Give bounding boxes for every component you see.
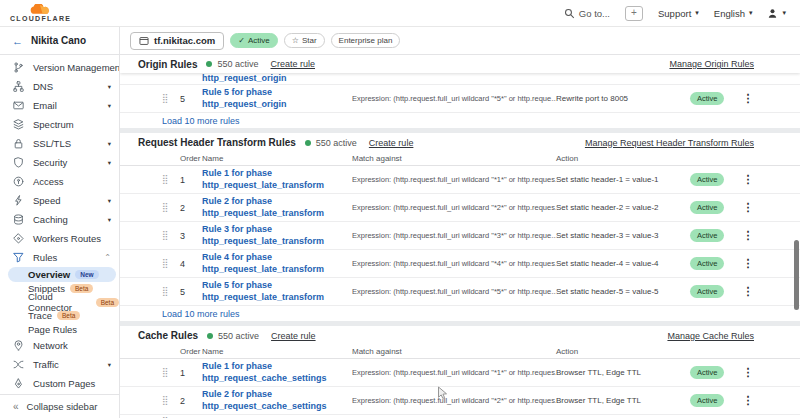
table-row: ⣿5Rule 5 for phasehttp_request_late_tran… xyxy=(120,278,800,306)
drag-handle-icon[interactable]: ⣿ xyxy=(162,287,180,296)
create-rule-link[interactable]: Create rule xyxy=(271,331,316,341)
origin-rules-section: Origin Rules 550 active Create rule Mana… xyxy=(120,55,800,128)
rule-options-button[interactable]: ⋮ xyxy=(743,92,754,105)
manage-cache-rules-link[interactable]: Manage Cache Rules xyxy=(667,331,754,341)
rule-status-badge: Active xyxy=(690,201,724,214)
load-more-link[interactable]: Load 10 more rules xyxy=(120,113,800,128)
drag-handle-icon[interactable]: ⣿ xyxy=(162,368,180,377)
goto-search[interactable]: Go to... xyxy=(564,8,610,19)
sidebar-subitem-trace[interactable]: TraceBeta xyxy=(0,309,119,323)
rule-order: 5 xyxy=(180,287,202,297)
rule-action: Set static header-4 = value-4 xyxy=(556,259,690,268)
sidebar-item-caching[interactable]: Caching▾ xyxy=(0,210,119,229)
sidebar-item-spectrum[interactable]: Spectrum xyxy=(0,115,119,134)
sidebar-item-ssl-tls[interactable]: SSL/TLS▾ xyxy=(0,134,119,153)
scrollbar-thumb[interactable] xyxy=(794,240,799,310)
collapse-icon: « xyxy=(13,401,19,412)
manage-origin-rules-link[interactable]: Manage Origin Rules xyxy=(669,59,754,69)
rule-name-link[interactable]: Rule 2 for phasehttp_request_cache_setti… xyxy=(202,389,352,412)
rule-name-line1: Rule 5 for phase xyxy=(202,280,352,291)
add-button[interactable]: + xyxy=(625,6,643,21)
sidebar-subitem-overview[interactable]: OverviewNew xyxy=(8,267,116,282)
sidebar-item-label: Caching xyxy=(33,214,68,225)
manage-request-header-transform-rules-link[interactable]: Manage Request Header Transform Rules xyxy=(585,138,754,148)
rule-action: Set static header-1 = value-1 xyxy=(556,175,690,184)
active-dot-icon xyxy=(305,140,311,146)
rule-options-button[interactable]: ⋮ xyxy=(743,229,754,242)
sidebar-subitem-page-rules[interactable]: Page Rules xyxy=(0,323,119,337)
sidebar-subitem-cloud-connector[interactable]: Cloud ConnectorBeta xyxy=(0,296,119,310)
rule-name-link[interactable]: Rule 1 for phasehttp_request_cache_setti… xyxy=(202,361,352,384)
chevron-up-icon: ⌃ xyxy=(104,253,111,262)
rule-status-badge: Active xyxy=(690,92,724,105)
rule-options-button[interactable]: ⋮ xyxy=(743,257,754,270)
sidebar-item-email[interactable]: Email▾ xyxy=(0,96,119,115)
sidebar-item-label: Traffic xyxy=(33,359,59,370)
rule-name-link[interactable]: Rule 1 for phasehttp_request_late_transf… xyxy=(202,168,352,191)
network-icon xyxy=(13,340,24,351)
rule-name-line2: http_request_late_transform xyxy=(202,264,352,275)
rule-options-button[interactable]: ⋮ xyxy=(743,201,754,214)
create-rule-link[interactable]: Create rule xyxy=(369,138,414,148)
back-arrow[interactable]: ← xyxy=(12,35,23,47)
domain-selector[interactable]: tf.nikitac.com xyxy=(130,32,224,50)
sidebar-item-version-management[interactable]: Version Management xyxy=(0,58,119,77)
drag-handle-icon[interactable]: ⣿ xyxy=(162,94,180,103)
load-more-link[interactable]: Load 10 more rules xyxy=(120,306,800,321)
sidebar-item-traffic[interactable]: Traffic▾ xyxy=(0,355,119,374)
rule-name-link[interactable]: Rule 5 for phasehttp_request_origin xyxy=(202,87,352,110)
rule-name-line2: http_request_late_transform xyxy=(202,292,352,303)
sidebar-item-rules[interactable]: Rules⌃ xyxy=(0,248,119,267)
chevron-down-icon: ▾ xyxy=(108,140,111,148)
create-rule-link[interactable]: Create rule xyxy=(270,59,315,69)
drag-handle-icon[interactable]: ⣿ xyxy=(162,231,180,240)
rule-name-line1: Rule 5 for phase xyxy=(202,87,352,98)
rule-name-line1: Rule 1 for phase xyxy=(202,168,352,179)
sidebar-item-speed[interactable]: Speed▾ xyxy=(0,191,119,210)
rule-options-button[interactable]: ⋮ xyxy=(743,366,754,379)
beta-badge: Beta xyxy=(96,298,119,307)
rule-options-button[interactable]: ⋮ xyxy=(743,285,754,298)
sidebar-item-workers-routes[interactable]: Workers Routes xyxy=(0,229,119,248)
chevron-down-icon: ▾ xyxy=(749,9,753,17)
custom-pages-icon xyxy=(13,378,24,389)
sidebar: Version ManagementDNS▾Email▾SpectrumSSL/… xyxy=(0,55,120,418)
sidebar-item-custom-pages[interactable]: Custom Pages xyxy=(0,374,119,393)
rule-name-link[interactable]: Rule 2 for phasehttp_request_late_transf… xyxy=(202,196,352,219)
rule-name-link[interactable]: Rule 3 for phasehttp_request_late_transf… xyxy=(202,224,352,247)
sidebar-item-access[interactable]: Access xyxy=(0,172,119,191)
collapse-sidebar-button[interactable]: « Collapse sidebar xyxy=(0,394,119,418)
cloudflare-logo[interactable]: CLOUDFLARE xyxy=(10,4,71,22)
beta-badge: Beta xyxy=(57,311,80,320)
drag-handle-icon[interactable]: ⣿ xyxy=(162,259,180,268)
support-label: Support xyxy=(658,8,691,19)
table-row: ⣿5Rule 5 for phasehttp_request_originExp… xyxy=(120,85,800,113)
table-row: ⣿1Rule 1 for phasehttp_request_cache_set… xyxy=(120,359,800,387)
account-menu[interactable]: ▾ xyxy=(767,8,786,19)
chevron-down-icon: ▾ xyxy=(108,361,111,369)
table-column-headers: Order Name Match against Action xyxy=(120,152,800,166)
workers-routes-icon xyxy=(13,233,24,244)
support-menu[interactable]: Support ▾ xyxy=(658,8,699,19)
sidebar-item-label: Access xyxy=(33,176,64,187)
active-status-badge: ✓ Active xyxy=(230,33,278,48)
rule-name-link[interactable]: Rule 4 for phasehttp_request_late_transf… xyxy=(202,252,352,275)
rule-name-line1: Rule 2 for phase xyxy=(202,196,352,207)
sidebar-item-dns[interactable]: DNS▾ xyxy=(0,77,119,96)
rule-options-button[interactable]: ⋮ xyxy=(743,173,754,186)
drag-handle-icon[interactable]: ⣿ xyxy=(162,175,180,184)
drag-handle-icon[interactable]: ⣿ xyxy=(162,396,180,405)
cache-rules-section: Cache Rules 550 active Create rule Manag… xyxy=(120,326,800,418)
rule-order: 1 xyxy=(180,368,202,378)
rule-name-link[interactable]: Rule 5 for phasehttp_request_late_transf… xyxy=(202,280,352,303)
rule-name-link[interactable]: http_request_origin xyxy=(202,73,287,84)
drag-handle-icon[interactable]: ⣿ xyxy=(162,203,180,212)
rule-options-button[interactable]: ⋮ xyxy=(743,394,754,407)
section-title: Request Header Transform Rules xyxy=(138,137,296,148)
goto-label: Go to... xyxy=(579,8,610,19)
star-button[interactable]: ☆ Star xyxy=(284,33,325,48)
sidebar-item-security[interactable]: Security▾ xyxy=(0,153,119,172)
sidebar-item-network[interactable]: Network xyxy=(0,336,119,355)
language-menu[interactable]: English ▾ xyxy=(714,8,753,19)
access-icon xyxy=(13,176,24,187)
